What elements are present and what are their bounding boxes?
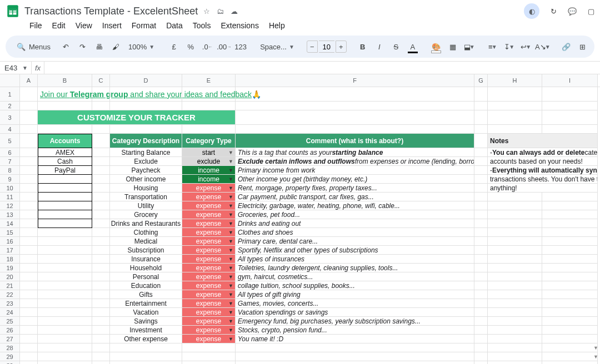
move-icon[interactable]: 🗂 — [217, 7, 224, 16]
cell[interactable] — [488, 326, 542, 335]
paint-format-button[interactable]: 🖌 — [108, 39, 123, 54]
cell[interactable] — [38, 317, 92, 326]
cell[interactable]: Insurance — [110, 255, 182, 264]
col-header[interactable]: D — [110, 74, 182, 87]
cell[interactable] — [542, 246, 598, 255]
dropdown-caret-icon[interactable]: ▼ — [228, 221, 233, 226]
insert-comment-button[interactable]: ⊞ — [576, 39, 590, 54]
cell[interactable] — [20, 166, 38, 175]
cell[interactable] — [20, 201, 38, 210]
cell[interactable] — [92, 343, 110, 352]
cell[interactable] — [92, 237, 110, 246]
cell[interactable] — [236, 102, 474, 110]
cell[interactable] — [92, 134, 110, 148]
cell[interactable] — [542, 228, 598, 237]
strikethrough-button[interactable]: S — [389, 39, 403, 54]
redo-button[interactable]: ↷ — [75, 39, 89, 54]
cell[interactable] — [38, 308, 92, 317]
cell[interactable] — [38, 264, 92, 272]
cell[interactable] — [542, 272, 598, 281]
cell[interactable] — [474, 352, 488, 361]
cell[interactable] — [474, 110, 488, 125]
col-header[interactable]: F — [236, 74, 474, 87]
cell[interactable] — [488, 110, 542, 125]
decrease-decimal-button[interactable]: .0← — [200, 39, 214, 54]
dropdown-caret-icon[interactable]: ▼ — [228, 256, 233, 262]
cell[interactable] — [110, 125, 182, 134]
cell[interactable] — [542, 335, 598, 343]
decrease-font-button[interactable]: − — [307, 41, 318, 53]
menu-file[interactable]: File — [26, 19, 46, 32]
menu-format[interactable]: Format — [128, 19, 160, 32]
name-box[interactable]: E43 ▼ — [0, 64, 31, 72]
cell[interactable]: Investment — [110, 326, 182, 335]
row-header[interactable]: 25 — [0, 317, 20, 326]
cell[interactable]: Cash — [38, 157, 92, 166]
cell[interactable]: Category Description — [110, 134, 182, 148]
row-header[interactable]: 6 — [0, 148, 20, 157]
cell[interactable] — [20, 110, 38, 125]
cell[interactable] — [488, 228, 542, 237]
cell[interactable] — [474, 272, 488, 281]
col-header[interactable]: I — [542, 74, 598, 87]
cell[interactable]: Personal — [110, 272, 182, 281]
cell[interactable] — [542, 237, 598, 246]
dropdown-caret-icon[interactable]: ▼ — [228, 327, 233, 333]
row-header[interactable]: 4 — [0, 125, 20, 134]
cell[interactable] — [542, 308, 598, 317]
cell[interactable] — [110, 87, 182, 102]
cell[interactable] — [474, 343, 488, 352]
cell[interactable] — [20, 228, 38, 237]
cell[interactable] — [92, 299, 110, 308]
cell[interactable]: ▼ — [182, 352, 236, 361]
dropdown-caret-icon[interactable]: ▼ — [228, 292, 233, 297]
cell[interactable] — [20, 210, 38, 219]
cell[interactable] — [542, 201, 598, 210]
cell[interactable] — [38, 228, 92, 237]
insert-chart-button[interactable]: ▥ — [592, 39, 594, 54]
cell[interactable] — [92, 125, 110, 134]
row-header[interactable]: 8 — [0, 166, 20, 175]
col-header[interactable]: A — [20, 74, 38, 87]
row-header[interactable]: 26 — [0, 326, 20, 335]
cell[interactable] — [38, 219, 92, 228]
row-header[interactable]: 30 — [0, 361, 20, 364]
cell[interactable]: expense▼ — [182, 184, 236, 193]
cell[interactable] — [474, 290, 488, 299]
cell[interactable] — [474, 219, 488, 228]
cell[interactable]: Games, movies, concerts... — [236, 299, 474, 308]
cell[interactable] — [20, 281, 38, 290]
cell[interactable] — [92, 317, 110, 326]
cell[interactable] — [20, 125, 38, 134]
cell[interactable]: Join our Telegram group and share your i… — [38, 87, 92, 102]
dropdown-caret-icon[interactable]: ▼ — [228, 310, 233, 315]
cell[interactable] — [474, 317, 488, 326]
cell[interactable] — [488, 272, 542, 281]
sheets-logo-icon[interactable] — [6, 2, 20, 21]
percent-button[interactable]: % — [183, 39, 198, 54]
cell[interactable] — [92, 219, 110, 228]
cell[interactable] — [474, 102, 488, 110]
cell[interactable]: expense▼ — [182, 317, 236, 326]
cell[interactable] — [92, 210, 110, 219]
cell[interactable]: expense▼ — [182, 335, 236, 343]
cell[interactable]: Subscription — [110, 246, 182, 255]
cell[interactable]: Primary income from work — [236, 166, 474, 175]
cell[interactable] — [38, 201, 92, 210]
cell[interactable] — [92, 335, 110, 343]
cell[interactable] — [542, 281, 598, 290]
cell[interactable]: Exclude — [110, 157, 182, 166]
search-menus[interactable]: 🔍 Menus — [11, 39, 56, 54]
cell[interactable] — [542, 125, 598, 134]
cell[interactable]: Accounts — [38, 134, 92, 148]
cell[interactable] — [488, 193, 542, 201]
dropdown-caret-icon[interactable]: ▼ — [228, 168, 233, 173]
dropdown-caret-icon[interactable]: ▼ — [228, 274, 233, 280]
dropdown-caret-icon[interactable]: ▼ — [228, 176, 233, 182]
cell[interactable] — [92, 228, 110, 237]
menu-insert[interactable]: Insert — [98, 19, 126, 32]
currency-button[interactable]: £ — [167, 39, 181, 54]
row-header[interactable]: 22 — [0, 290, 20, 299]
row-header[interactable]: 16 — [0, 237, 20, 246]
cell[interactable]: AMEX — [38, 148, 92, 157]
